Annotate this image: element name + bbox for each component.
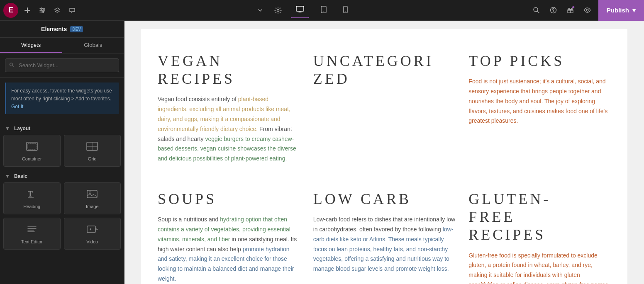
top-picks-text: Food is not just sustenance; it's a cult… (468, 77, 611, 126)
dev-badge: DEV (70, 26, 83, 32)
layers-button[interactable] (51, 5, 63, 16)
widget-video[interactable]: Video (64, 218, 121, 250)
plus-icon (24, 7, 31, 14)
soups-highlight-1: hydrating option that often contains a v… (158, 216, 290, 243)
search-icon-inner (9, 62, 14, 68)
help-button[interactable] (547, 4, 559, 16)
mobile-icon (343, 6, 348, 13)
top-picks-highlight: Food is not just sustenance; it's a cult… (468, 78, 607, 124)
section-basic-header[interactable]: ▼ Basic (3, 170, 121, 182)
elementor-logo[interactable]: E (3, 3, 18, 18)
heading-svg: T (26, 189, 38, 199)
video-svg (86, 225, 98, 234)
soups-title: SOUPS (158, 190, 300, 208)
image-icon (86, 189, 98, 201)
eye-icon (584, 7, 591, 14)
preview-button[interactable] (581, 4, 593, 16)
hint-link[interactable]: Got It (11, 104, 23, 109)
panel-tabs: Widgets Globals (0, 38, 124, 53)
panel-collapse-handle[interactable]: ‹ (124, 144, 124, 161)
sliders-icon (39, 7, 46, 14)
layout-collapse-arrow: ▼ (5, 126, 10, 131)
widget-container-label: Container (22, 156, 42, 161)
page-settings-button[interactable] (272, 4, 284, 17)
vegan-title: VEGANRECIPES (158, 52, 300, 88)
category-soups: SOUPS Soup is a nutritious and hydrating… (158, 184, 300, 284)
notification-dot (572, 6, 575, 9)
svg-point-1 (42, 11, 44, 13)
settings-controls-button[interactable] (37, 5, 48, 16)
svg-point-3 (277, 9, 279, 11)
desktop-icon (296, 6, 304, 12)
notifications-button[interactable] (564, 4, 576, 16)
text-editor-svg (26, 225, 38, 234)
logo-letter: E (8, 6, 13, 15)
left-panel: Elements DEV Widgets Globals For easy ac… (0, 21, 124, 284)
mobile-view-button[interactable] (338, 2, 353, 18)
widget-heading[interactable]: T Heading (3, 182, 61, 214)
widget-image[interactable]: Image (64, 182, 121, 214)
widget-text-editor[interactable]: Text Editor (3, 218, 61, 250)
svg-point-14 (10, 63, 13, 66)
hint-text: For easy access, favorite the widgets yo… (11, 88, 112, 102)
svg-rect-4 (296, 6, 304, 11)
basic-collapse-arrow: ▼ (5, 173, 10, 179)
container-icon (26, 142, 38, 153)
panel-title: Elements (41, 26, 67, 32)
basic-widget-grid: T Heading Image (3, 182, 121, 250)
search-input[interactable] (5, 58, 119, 72)
grid-svg (86, 142, 98, 151)
publish-button[interactable]: Publish ▾ (598, 0, 644, 21)
toolbar-center (255, 2, 353, 18)
vegan-highlight-2: veggie burgers to creamy cashew-based de… (158, 136, 296, 162)
svg-rect-22 (87, 190, 97, 198)
search-button[interactable] (530, 4, 542, 16)
desktop-view-button[interactable] (291, 2, 309, 18)
category-low-carb: LOW CARB Low-carb food refers to dishes … (313, 184, 456, 284)
gluten-free-highlight-1: Gluten-free food is specially formulated… (468, 252, 608, 284)
widget-grid-label: Grid (88, 156, 97, 161)
svg-point-23 (89, 192, 91, 194)
main-layout: Elements DEV Widgets Globals For easy ac… (0, 21, 644, 284)
vegan-highlight-1: plant-based ingredients, excluding all a… (158, 96, 290, 132)
widget-heading-label: Heading (23, 204, 40, 209)
tablet-icon (321, 6, 327, 13)
video-icon (86, 225, 98, 236)
heading-icon: T (26, 189, 38, 201)
category-top-picks: TOP PICKS Food is not just sustenance; i… (468, 46, 611, 170)
svg-point-0 (43, 10, 45, 11)
svg-point-13 (586, 9, 588, 11)
widget-container[interactable]: Container (3, 135, 61, 167)
search-wrapper (5, 58, 119, 72)
svg-point-6 (324, 11, 324, 12)
low-carb-title: LOW CARB (313, 190, 456, 208)
section-layout-header[interactable]: ▼ Layout (3, 122, 121, 135)
widget-grid[interactable]: Grid (64, 135, 121, 167)
canvas-area: VEGANRECIPES Vegan food consists entirel… (124, 21, 644, 284)
low-carb-text: Low-carb food refers to dishes that are … (313, 215, 456, 274)
gear-icon (274, 7, 282, 14)
recipe-grid: VEGANRECIPES Vegan food consists entirel… (141, 29, 627, 284)
grid-icon (86, 142, 98, 153)
help-icon (550, 7, 557, 14)
tablet-view-button[interactable] (316, 2, 332, 18)
soups-highlight-2: promote hydration and satiety, making it… (158, 246, 294, 282)
hint-box: For easy access, favorite the widgets yo… (5, 83, 119, 114)
add-element-button[interactable] (22, 5, 33, 16)
text-editor-icon (26, 225, 38, 236)
svg-text:T: T (28, 190, 33, 198)
top-picks-title: TOP PICKS (468, 52, 611, 70)
category-vegan: VEGANRECIPES Vegan food consists entirel… (158, 46, 300, 170)
toolbar-right: Publish ▾ (530, 0, 644, 21)
category-uncategorized: UNCATEGORIZED (313, 46, 456, 170)
tab-globals[interactable]: Globals (62, 38, 124, 53)
widget-video-label: Video (86, 239, 98, 244)
search-container (0, 53, 124, 78)
dropdown-button[interactable] (255, 5, 265, 15)
panel-header: Elements DEV (0, 21, 124, 38)
publish-dropdown-icon: ▾ (632, 7, 636, 14)
notes-button[interactable] (66, 5, 78, 16)
gluten-free-title: GLUTEN-FREERECIPES (468, 190, 611, 244)
basic-section-label: Basic (14, 173, 27, 179)
tab-widgets[interactable]: Widgets (0, 38, 62, 53)
